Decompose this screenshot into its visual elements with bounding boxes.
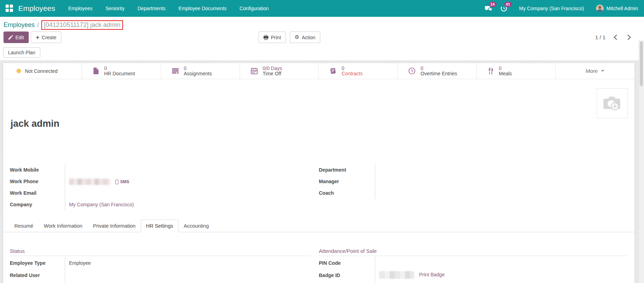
manager-value[interactable] [375,176,628,187]
coach-label: Coach [319,187,375,199]
more-dropdown[interactable]: More [556,63,635,79]
activities-badge: 41 [504,2,512,7]
messages-badge: 14 [489,2,496,7]
launch-plan-button[interactable]: Launch Plan [3,47,40,58]
camera-plus-icon [602,95,623,111]
overtime-entries-stat-button[interactable]: 0Overtime Entries [398,63,477,79]
tab-accounting[interactable]: Accounting [178,220,214,232]
clock-icon [408,67,416,75]
messages-icon[interactable]: 14 [484,5,493,12]
connection-status-button[interactable]: Not Connected [3,63,82,79]
work-mobile-label: Work Mobile [10,164,65,176]
attendance-section-group: PIN Code Badge ID Print Badge [319,257,628,283]
print-badge-link[interactable]: Print Badge [419,272,445,277]
breadcrumb-employees-link[interactable]: Employees [4,21,35,29]
nav-item-departments[interactable]: Departments [137,6,165,11]
badge-id-value[interactable]: Print Badge [375,269,628,281]
pencil-icon [8,35,13,40]
activities-icon[interactable]: 41 [500,5,508,12]
left-field-group: Work Mobile Work Phone SMS Work Email Co… [10,164,311,210]
work-email-value[interactable] [65,187,311,199]
coach-value[interactable] [375,187,628,199]
edit-button[interactable]: Edit [4,32,29,43]
apps-menu-icon[interactable] [6,5,13,12]
sms-link[interactable]: SMS [115,179,129,184]
breadcrumb-current: [041210511172] jack admin [44,21,121,28]
action-button[interactable]: ⚙ Action [290,32,320,43]
odoo-employee-form-screen: Employees Employees Seniority Department… [0,0,644,283]
scrollbar-thumb[interactable] [640,41,643,86]
status-dot-icon [16,69,21,73]
contracts-stat-button[interactable]: 0Contracts [319,63,398,79]
control-panel: Employees / [041210511172] jack admin Ed… [0,17,644,60]
form-sheet: Not Connected 0HR Document 0Assignments [3,63,635,283]
user-avatar [596,5,604,12]
gear-icon: ⚙ [295,35,299,40]
breadcrumb-separator: / [37,21,39,29]
pager-next-icon[interactable] [625,35,631,40]
status-section-title: Status [10,248,311,256]
pager-value: 1 / 1 [595,34,605,40]
button-row: Edit + Create Print ⚙ [4,32,635,43]
nav-menu: Employees Seniority Departments Employee… [68,6,269,11]
app-title[interactable]: Employees [18,4,55,13]
notebook-tabs: Resumé Work Information Private Informat… [3,220,635,232]
chevron-down-icon [601,70,604,72]
pager-previous-icon[interactable] [614,35,619,40]
employee-type-label: Employee Type [10,257,65,269]
employee-name-title: jack admin [11,118,60,129]
tab-hr-settings[interactable]: HR Settings [141,220,178,232]
print-button[interactable]: Print [259,32,286,43]
work-phone-value[interactable]: SMS [65,176,311,187]
department-label: Department [319,164,375,176]
company-value-link[interactable]: My Company (San Francisco) [69,202,134,207]
mobile-phone-icon [115,180,118,184]
status-section-group: Employee Type Employee Related User [10,257,311,283]
company-switcher[interactable]: My Company (San Francisco) [519,6,584,11]
work-phone-redacted-value [69,179,110,185]
tab-work-information[interactable]: Work Information [39,220,88,232]
nav-item-configuration[interactable]: Configuration [240,6,269,11]
list-icon [172,68,179,74]
right-field-group: Department Manager Coach [319,164,628,199]
related-user-value[interactable] [65,269,311,281]
statusbar: Not Connected 0HR Document 0Assignments [3,63,635,79]
employee-type-value[interactable]: Employee [65,257,311,269]
utensils-icon [487,67,494,75]
content-area: Not Connected 0HR Document 0Assignments [0,60,644,283]
company-label: Company [10,199,65,210]
create-button[interactable]: + Create [31,32,61,43]
annotation-highlight-box: [041210511172] jack admin [41,20,123,30]
employee-photo-upload[interactable] [597,88,628,118]
attendance-section-title: Attendance/Point of Sale [319,248,628,256]
user-name: Mitchell Admin [607,6,638,11]
pin-code-value[interactable] [375,257,628,269]
plus-icon: + [36,34,39,40]
work-phone-label: Work Phone [10,176,65,187]
work-email-label: Work Email [10,187,65,199]
department-value[interactable] [375,164,628,176]
scrollbar[interactable] [639,40,644,283]
manager-label: Manager [319,176,375,187]
related-user-label: Related User [10,269,65,281]
calendar-icon [251,67,258,75]
top-navbar: Employees Employees Seniority Department… [0,0,644,17]
book-icon [329,67,337,75]
assignments-stat-button[interactable]: 0Assignments [161,63,240,79]
nav-item-employees[interactable]: Employees [68,6,93,11]
work-mobile-value[interactable] [65,164,311,176]
pin-code-label: PIN Code [319,257,375,269]
pager: 1 / 1 [595,32,630,43]
tab-private-information[interactable]: Private Information [88,220,141,232]
printer-icon [263,35,268,40]
file-icon [93,67,99,75]
nav-item-seniority[interactable]: Seniority [105,6,124,11]
nav-item-employee-documents[interactable]: Employee Documents [179,6,227,11]
time-off-stat-button[interactable]: 0/0 DaysTime Off [240,63,319,79]
badge-id-redacted-value [379,271,414,279]
badge-id-label: Badge ID [319,269,375,281]
hr-document-stat-button[interactable]: 0HR Document [82,63,161,79]
tab-resume[interactable]: Resumé [9,220,39,232]
user-menu[interactable]: Mitchell Admin [596,5,638,12]
meals-stat-button[interactable]: 0Meals [477,63,556,79]
